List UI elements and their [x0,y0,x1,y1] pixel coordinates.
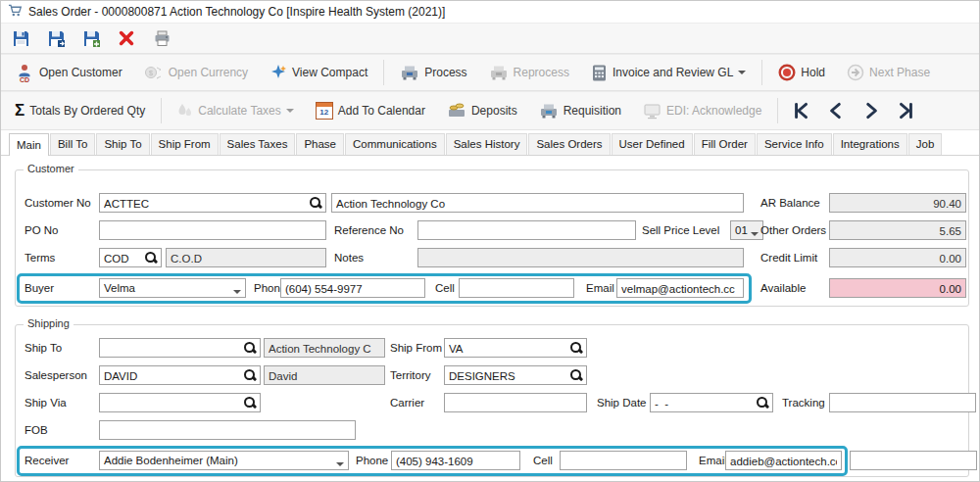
buyer-email-input[interactable] [617,280,743,298]
search-icon[interactable] [309,196,322,210]
tab-bill-to[interactable]: Bill To [50,133,95,155]
territory-field[interactable] [444,365,587,385]
fob-input[interactable] [100,422,355,440]
tab-ship-from[interactable]: Ship From [151,133,219,155]
buyer-cell-input[interactable] [460,280,573,298]
tab-sales-orders[interactable]: Sales Orders [528,133,610,155]
calculate-taxes-label: Calculate Taxes [198,104,281,118]
search-icon[interactable] [243,368,257,382]
customer-name-input[interactable] [332,195,743,213]
ship-to-input[interactable] [100,340,260,358]
ship-from-field[interactable] [444,338,587,358]
tab-user-defined[interactable]: User Defined [612,133,693,155]
receiver-email-field[interactable] [725,451,842,470]
other-orders-label: Other Orders [760,220,826,240]
next-record-button[interactable] [858,98,884,123]
buyer-phone-field[interactable] [280,278,425,298]
buyer-phone-input[interactable] [281,280,424,298]
tracking-field[interactable] [829,393,976,412]
last-record-button[interactable] [894,98,919,123]
customer-no-field[interactable] [99,193,326,213]
search-icon[interactable] [569,368,583,382]
first-record-button[interactable] [788,98,813,123]
save-close-button[interactable] [44,26,68,50]
reference-no-field[interactable] [417,220,636,240]
receiver-cell-field[interactable] [560,451,687,470]
receiver-cell-input[interactable] [561,453,686,470]
chevron-down-icon[interactable] [738,71,746,78]
ship-to-field[interactable] [99,338,261,358]
chevron-down-icon[interactable] [336,462,344,470]
search-icon[interactable] [144,251,158,265]
ship-date-field[interactable] [650,393,773,412]
receiver-phone-field[interactable] [391,451,520,470]
tracking-label: Tracking [782,393,825,412]
receiver-extra-field[interactable] [850,451,977,470]
receiver-phone-input[interactable] [392,453,519,470]
search-icon[interactable] [243,341,257,355]
credit-limit-value [830,250,965,267]
tab-job[interactable]: Job [908,133,943,155]
receiver-extra-input[interactable] [851,453,976,470]
po-no-input[interactable] [100,222,325,240]
tab-communications[interactable]: Communications [345,133,445,155]
ship-from-input[interactable] [445,340,586,358]
tracking-input[interactable] [830,395,975,412]
receiver-email-input[interactable] [726,453,841,470]
chevron-down-icon[interactable] [233,290,241,298]
window-title: Sales Order - 0000800871 Action Technolo… [28,5,445,19]
salesperson-field[interactable] [99,365,261,385]
print-button[interactable] [150,26,173,50]
ship-via-input[interactable] [100,395,260,412]
process-button[interactable]: Process [394,61,472,84]
search-icon[interactable] [243,396,257,410]
buyer-cell-field[interactable] [459,278,574,298]
search-icon[interactable] [569,341,583,355]
sales-order-window: Sales Order - 0000800871 Action Technolo… [0,0,980,482]
hold-label: Hold [801,66,825,79]
invoice-review-gl-button[interactable]: Invoice and Review GL [585,61,752,85]
tab-fill-order[interactable]: Fill Order [694,133,756,155]
open-customer-button[interactable]: CD Open Customer [9,60,128,85]
salesperson-input[interactable] [100,367,260,385]
ar-balance-field [829,193,966,213]
carrier-input[interactable] [445,395,586,412]
tab-phase[interactable]: Phase [296,133,344,155]
buyer-value: Velma [104,282,135,294]
requisition-button[interactable]: Requisition [533,99,627,122]
ship-via-field[interactable] [99,393,261,412]
tab-service-info[interactable]: Service Info [757,133,832,155]
tab-sales-history[interactable]: Sales History [446,133,528,155]
add-to-calendar-button[interactable]: 12 Add To Calendar [310,99,431,122]
deposits-button[interactable]: Deposits [441,99,523,122]
save-new-button[interactable] [79,26,103,50]
totals-by-ordered-qty-button[interactable]: Σ Totals By Ordered Qty [9,99,151,122]
receiver-combo[interactable]: Addie Bodenheimer (Main) [99,451,349,470]
ship-date-input[interactable] [651,395,772,412]
customer-name-field[interactable] [331,193,744,213]
search-icon[interactable] [756,396,769,410]
tab-ship-to[interactable]: Ship To [96,133,149,155]
terms-field[interactable] [99,248,162,267]
tab-integrations[interactable]: Integrations [833,133,907,155]
customer-no-input[interactable] [100,195,325,213]
po-no-field[interactable] [99,220,326,240]
territory-input[interactable] [445,367,586,385]
view-compact-button[interactable]: View Compact [264,61,373,84]
buyer-combo[interactable]: Velma [99,278,246,298]
sell-price-level-combo[interactable]: 01 [730,220,763,240]
carrier-field[interactable] [444,393,587,412]
totals-by-ordered-qty-label: Totals By Ordered Qty [29,104,145,118]
tab-sales-taxes[interactable]: Sales Taxes [220,133,296,155]
delete-button[interactable] [115,26,138,50]
open-currency-label: Open Currency [169,66,248,79]
save-button[interactable] [9,26,32,50]
previous-record-button[interactable] [823,98,849,123]
reprocess-button: Reprocess [483,61,575,84]
tab-main[interactable]: Main [9,133,49,156]
buyer-email-field[interactable] [616,278,744,298]
reference-no-input[interactable] [418,222,635,240]
fob-field[interactable] [99,420,356,440]
hold-button[interactable]: Hold [772,61,831,84]
chevron-down-icon[interactable] [751,232,759,240]
